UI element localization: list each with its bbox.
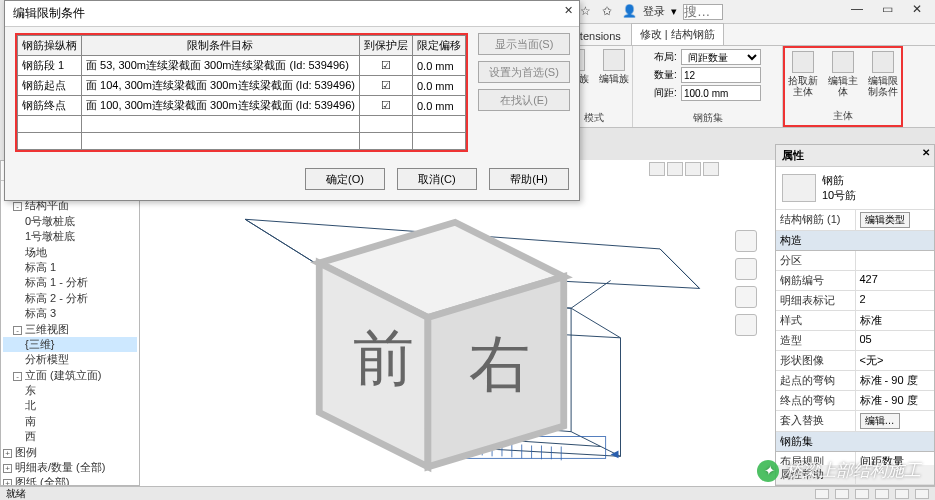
qty-label: 数量: [654, 68, 677, 82]
pick-icon [792, 51, 814, 73]
type-selector[interactable]: 钢筋 10号筋 [776, 167, 934, 210]
layout-label: 布局: [654, 50, 677, 64]
properties-title: 属性✕ [776, 145, 934, 167]
viewport-3d[interactable]: 前 右 [140, 160, 775, 486]
type-label: 钢筋 10号筋 [822, 173, 856, 203]
constraints-table[interactable]: 钢筋操纵柄 限制条件目标 到保护层 限定偏移 钢筋段 1面 53, 300m连续… [17, 35, 466, 150]
dropdown-icon[interactable]: ▾ [671, 5, 677, 18]
props-section[interactable]: 钢筋集 [776, 432, 934, 452]
edit-icon [832, 51, 854, 73]
tree-item[interactable]: 标高 2 - 分析 [3, 291, 137, 306]
project-browser: 属性 ✕ ⊡ 视图 (全部) -结构平面 0号墩桩底 1号墩桩底 场地 标高 1… [0, 160, 140, 486]
dialog-footer: 确定(O) 取消(C) 帮助(H) [5, 162, 579, 200]
tree-item[interactable]: 北 [3, 398, 137, 413]
ribbon-panel-rebar-set: 布局:间距数量 数量: 间距: 钢筋集 [633, 46, 783, 127]
panel-label: 模式 [584, 109, 604, 125]
tree-item[interactable]: 标高 1 - 分析 [3, 275, 137, 290]
zoom-icon[interactable] [735, 286, 757, 308]
tab-modify-rebar[interactable]: 修改 | 结构钢筋 [631, 23, 724, 45]
prop-row: 终点的弯钩标准 - 90 度 [776, 391, 934, 411]
table-row: 钢筋段 1面 53, 300m连续梁截面 300m连续梁截面 (Id: 5394… [18, 56, 466, 76]
dialog-title: 编辑限制条件 [13, 6, 85, 20]
status-icon[interactable] [915, 489, 929, 499]
status-icon[interactable] [895, 489, 909, 499]
dialog-title-bar[interactable]: 编辑限制条件 ✕ [5, 1, 579, 27]
constraint-icon [872, 51, 894, 73]
login-link[interactable]: 登录 [643, 4, 665, 19]
layout-select[interactable]: 间距数量 [681, 49, 761, 65]
user-icon[interactable]: 👤 [621, 4, 637, 20]
spacing-label: 间距: [654, 86, 677, 100]
tree-item: +明细表/数量 (全部) [3, 460, 137, 475]
edit-button[interactable]: 编辑… [860, 413, 900, 429]
tree-item[interactable]: 西 [3, 429, 137, 444]
help-search-input[interactable] [683, 4, 723, 20]
dialog-side-buttons: 显示当面(S) 设置为首选(S) 在找认(E) [478, 33, 570, 152]
status-icon[interactable] [875, 489, 889, 499]
table-row: 钢筋起点面 104, 300m连续梁截面 300m连续梁截面 (Id: 5394… [18, 76, 466, 96]
prop-row: 造型05 [776, 331, 934, 351]
tree-item[interactable]: 分析模型 [3, 352, 137, 367]
mode-btn-2[interactable]: 编辑族 [597, 49, 631, 84]
edit-type-button[interactable]: 编辑类型 [860, 212, 910, 228]
maximize-button[interactable]: ▭ [873, 2, 901, 22]
props-section[interactable]: 构造 [776, 231, 934, 251]
status-bar: 就绪 [0, 486, 935, 500]
instance-row: 结构钢筋 (1) 编辑类型 [776, 210, 934, 231]
close-button[interactable]: ✕ [903, 2, 931, 22]
table-row: 钢筋终点面 100, 300m连续梁截面 300m连续梁截面 (Id: 5394… [18, 96, 466, 116]
titlebar: 👓 ☆ ✩ 👤 登录 ▾ — ▭ ✕ [555, 0, 935, 24]
prop-row: 分区 [776, 251, 934, 271]
svg-text:前: 前 [353, 324, 414, 392]
edit-host-button[interactable]: 编辑主体 [826, 51, 860, 97]
find-ref-button[interactable]: 在找认(E) [478, 89, 570, 111]
show-face-button[interactable]: 显示当面(S) [478, 33, 570, 55]
steering-wheel-icon[interactable] [735, 230, 757, 252]
status-text: 就绪 [6, 487, 26, 501]
edit-constraints-button[interactable]: 编辑限制条件 [866, 51, 900, 97]
panel-close-icon[interactable]: ✕ [922, 147, 930, 158]
prop-row: 起点的弯钩标准 - 90 度 [776, 371, 934, 391]
tree-item[interactable]: 场地 [3, 245, 137, 260]
nav-bar [735, 230, 757, 336]
tree-item[interactable]: 南 [3, 414, 137, 429]
status-icon[interactable] [815, 489, 829, 499]
panel-label: 主体 [833, 107, 853, 123]
ribbon-panel-host: 拾取新主体 编辑主体 编辑限制条件 主体 [783, 46, 903, 127]
family-icon [603, 49, 625, 71]
pick-host-button[interactable]: 拾取新主体 [786, 51, 820, 97]
view-cube[interactable]: 前 右 [124, 168, 759, 494]
tree-item[interactable]: 东 [3, 383, 137, 398]
prop-row: 套入替换编辑… [776, 411, 934, 432]
orbit-icon[interactable] [735, 314, 757, 336]
help-button[interactable]: 帮助(H) [489, 168, 569, 190]
tree-item[interactable]: 0号墩桩底 [3, 214, 137, 229]
ribbon-tabs: Extensions 修改 | 结构钢筋 [555, 24, 935, 46]
status-icon[interactable] [855, 489, 869, 499]
panel-label: 钢筋集 [693, 109, 723, 125]
dialog-close-icon[interactable]: ✕ [564, 4, 573, 17]
tree-item: -立面 (建筑立面) [3, 368, 137, 383]
cancel-button[interactable]: 取消(C) [397, 168, 477, 190]
type-thumb-icon [782, 174, 816, 202]
tree-item[interactable]: 1号墩桩底 [3, 229, 137, 244]
prop-row: 明细表标记2 [776, 291, 934, 311]
status-icon[interactable] [835, 489, 849, 499]
wechat-icon: ✦ [757, 460, 779, 482]
edit-constraints-dialog: 编辑限制条件 ✕ 钢筋操纵柄 限制条件目标 到保护层 限定偏移 钢筋段 1面 5… [4, 0, 580, 201]
table-row [18, 116, 466, 133]
tree-item-selected[interactable]: {三维} [3, 337, 137, 352]
favorite-icon[interactable]: ✩ [599, 4, 615, 20]
qty-input[interactable] [681, 67, 761, 83]
spacing-input[interactable] [681, 85, 761, 101]
tree-item[interactable]: 标高 3 [3, 306, 137, 321]
prop-row: 形状图像<无> [776, 351, 934, 371]
ok-button[interactable]: 确定(O) [305, 168, 385, 190]
project-tree[interactable]: ⊡ 视图 (全部) -结构平面 0号墩桩底 1号墩桩底 场地 标高 1 标高 1… [1, 181, 139, 486]
set-preferred-button[interactable]: 设置为首选(S) [478, 61, 570, 83]
watermark: ✦ 桥梁上部结构施工 [757, 459, 921, 482]
minimize-button[interactable]: — [843, 2, 871, 22]
tree-item[interactable]: 标高 1 [3, 260, 137, 275]
properties-panel: 属性✕ 钢筋 10号筋 结构钢筋 (1) 编辑类型 构造 分区 钢筋编号427 … [775, 144, 935, 486]
pan-icon[interactable] [735, 258, 757, 280]
